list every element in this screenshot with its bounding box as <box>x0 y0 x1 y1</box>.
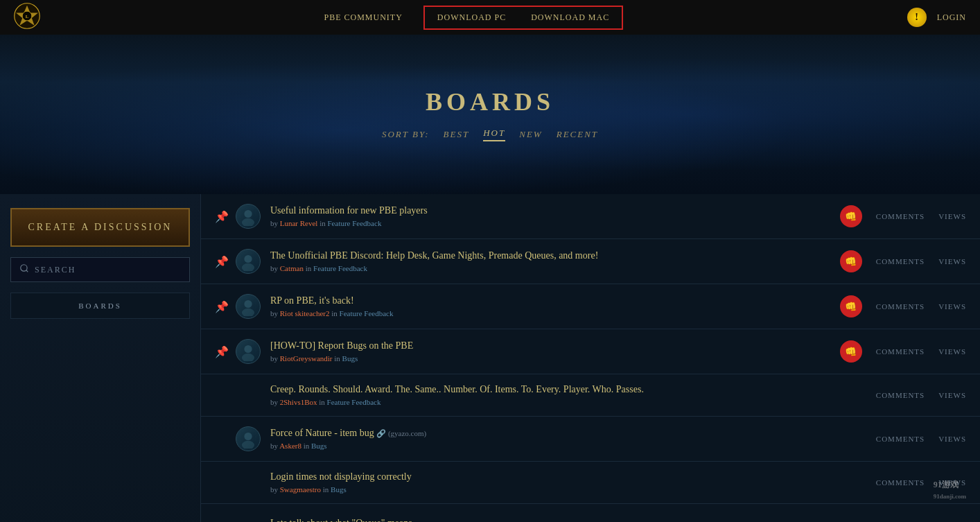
author-link[interactable]: Swagmaestro <box>280 485 321 494</box>
upvote-button[interactable]: 👊 <box>840 340 862 363</box>
discussion-info: The Unofficial PBE Discord: Help Desk, G… <box>270 250 833 272</box>
external-link-text: (gyazo.com) <box>388 429 426 437</box>
upvote-icon: 👊 <box>845 211 857 223</box>
svg-line-5 <box>26 270 28 272</box>
discussion-info: Login times not displaying correctly by … <box>270 471 869 494</box>
page-title: Boards <box>426 87 554 116</box>
discussion-title[interactable]: RP on PBE, it's back! <box>270 295 833 306</box>
category-link[interactable]: Feature Feedback <box>340 309 394 317</box>
discussion-title[interactable]: Force of Nature - item bug 🔗 (gyazo.com) <box>270 428 869 439</box>
search-input[interactable] <box>35 265 181 275</box>
views-label[interactable]: Views <box>938 212 966 220</box>
avatar <box>236 426 261 451</box>
svg-point-8 <box>244 255 252 263</box>
sort-best[interactable]: Best <box>444 129 470 140</box>
comments-label[interactable]: Comments <box>876 391 925 399</box>
avatar <box>236 339 261 364</box>
nav-download-pc[interactable]: Download PC <box>425 7 518 28</box>
discussion-info: Force of Nature - item bug 🔗 (gyazo.com)… <box>270 428 869 450</box>
table-row: 📌 Login times not displaying correctly b… <box>201 462 980 504</box>
upvote-icon: 👊 <box>845 256 857 268</box>
upvote-button[interactable]: 👊 <box>840 205 862 227</box>
svg-point-9 <box>242 263 254 271</box>
table-row: 📌 Creep. Rounds. Should. Award. The. Sam… <box>201 374 980 417</box>
upvote-button[interactable]: 👊 <box>840 295 862 317</box>
main-layout: Create a Discussion Boards 📌 Useful info… <box>0 194 980 522</box>
category-link[interactable]: Feature Feedback <box>313 264 367 272</box>
discussion-meta: by Riot skiteacher2 in Feature Feedback <box>270 309 833 317</box>
discussion-info: Useful information for new PBE players b… <box>270 205 833 227</box>
views-label[interactable]: Views <box>938 435 966 443</box>
category-link[interactable]: Bugs <box>311 442 327 450</box>
author-link[interactable]: Asker8 <box>279 442 301 450</box>
discussion-stats: 👊 Comments Views <box>840 295 966 317</box>
hero-banner: Boards Sort by: Best Hot New Recent <box>0 35 980 194</box>
discussion-title[interactable]: Lets talk about what "Queue" means <box>270 518 869 522</box>
svg-point-12 <box>244 345 252 353</box>
upvote-button[interactable]: 👊 <box>840 250 862 272</box>
comments-label[interactable]: Comments <box>876 302 925 311</box>
search-box <box>10 257 190 282</box>
alert-icon[interactable]: ! <box>907 8 927 27</box>
pin-icon: 📌 <box>215 345 229 358</box>
comments-label[interactable]: Comments <box>876 257 925 266</box>
views-label[interactable]: Views <box>938 257 966 266</box>
comments-label[interactable]: Comments <box>876 478 925 487</box>
author-link[interactable]: RiotGreyswandir <box>280 354 333 363</box>
author-link[interactable]: 2Shivs1Box <box>280 398 317 406</box>
sidebar: Create a Discussion Boards <box>0 194 201 522</box>
sort-hot[interactable]: Hot <box>483 128 505 141</box>
discussion-stats: Comments Views <box>876 478 966 487</box>
sort-recent[interactable]: Recent <box>557 129 598 140</box>
pin-icon: 📌 <box>215 300 229 313</box>
nav-right: ! Login <box>907 8 966 27</box>
avatar <box>236 294 261 319</box>
svg-point-15 <box>242 441 254 449</box>
author-link[interactable]: Riot skiteacher2 <box>280 309 330 317</box>
content-area: 📌 Useful information for new PBE players… <box>201 194 980 522</box>
sort-new[interactable]: New <box>519 129 542 140</box>
discussion-info: Creep. Rounds. Should. Award. The. Same.… <box>270 384 869 406</box>
create-discussion-button[interactable]: Create a Discussion <box>10 208 190 247</box>
views-label[interactable]: Views <box>938 302 966 311</box>
category-link[interactable]: Feature Feedback <box>328 219 382 227</box>
discussion-stats: 👊 Comments Views <box>840 250 966 272</box>
table-row: 📌 [HOW-TO] Report Bugs on the PBE by Rio… <box>201 329 980 374</box>
table-row: 📌 RP on PBE, it's back! by Riot skiteach… <box>201 284 980 329</box>
views-label[interactable]: Views <box>938 478 966 487</box>
pinned-section: 📌 Useful information for new PBE players… <box>201 194 980 374</box>
category-link[interactable]: Bugs <box>331 485 347 494</box>
discussion-stats: 👊 Comments Views <box>840 205 966 227</box>
discussion-info: [HOW-TO] Report Bugs on the PBE by RiotG… <box>270 340 833 363</box>
discussion-title[interactable]: Creep. Rounds. Should. Award. The. Same.… <box>270 384 869 395</box>
avatar <box>236 249 261 274</box>
svg-point-6 <box>244 210 252 218</box>
discussion-title[interactable]: The Unofficial PBE Discord: Help Desk, G… <box>270 250 833 261</box>
nav-pbe-community[interactable]: PBE Community <box>324 12 402 23</box>
logo[interactable]: L <box>14 3 40 32</box>
top-navigation: L PBE Community Download PC Download Mac… <box>0 0 980 35</box>
discussion-title[interactable]: Login times not displaying correctly <box>270 471 869 482</box>
svg-point-14 <box>244 433 252 440</box>
author-link[interactable]: Catman <box>280 264 304 272</box>
comments-label[interactable]: Comments <box>876 435 925 443</box>
views-label[interactable]: Views <box>938 347 966 356</box>
sort-label: Sort by: <box>382 129 430 140</box>
author-link[interactable]: Lunar Revel <box>280 219 318 227</box>
table-row: 📌 Lets talk about what "Queue" means Com… <box>201 504 980 522</box>
login-button[interactable]: Login <box>937 12 966 23</box>
comments-label[interactable]: Comments <box>876 212 925 220</box>
comments-label[interactable]: Comments <box>876 347 925 356</box>
upvote-icon: 👊 <box>845 301 857 313</box>
nav-download-group: Download PC Download Mac <box>423 6 623 30</box>
svg-point-11 <box>242 308 254 316</box>
boards-button[interactable]: Boards <box>10 293 190 319</box>
external-link-icon: 🔗 <box>376 429 388 437</box>
nav-download-mac[interactable]: Download Mac <box>518 7 622 28</box>
category-link[interactable]: Bugs <box>342 354 358 363</box>
discussion-title[interactable]: [HOW-TO] Report Bugs on the PBE <box>270 340 833 351</box>
views-label[interactable]: Views <box>938 391 966 399</box>
pin-icon: 📌 <box>215 255 229 268</box>
category-link[interactable]: Feature Feedback <box>327 398 381 406</box>
discussion-title[interactable]: Useful information for new PBE players <box>270 205 833 216</box>
